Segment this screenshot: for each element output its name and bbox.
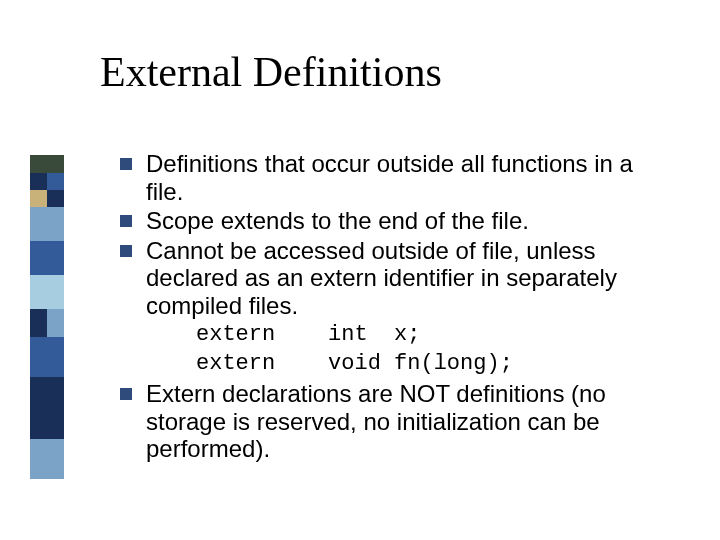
decorative-stripe-icon bbox=[30, 155, 64, 479]
square-bullet-icon bbox=[120, 215, 132, 227]
slide-body: Definitions that occur outside all funct… bbox=[120, 150, 660, 465]
square-bullet-icon bbox=[120, 245, 132, 257]
bullet-item: Cannot be accessed outside of file, unle… bbox=[120, 237, 660, 320]
bullet-text: Cannot be accessed outside of file, unle… bbox=[146, 237, 660, 320]
bullet-text: Definitions that occur outside all funct… bbox=[146, 150, 660, 205]
square-bullet-icon bbox=[120, 388, 132, 400]
bullet-item: Extern declarations are NOT definitions … bbox=[120, 380, 660, 463]
square-bullet-icon bbox=[120, 158, 132, 170]
code-line: extern int x; bbox=[196, 322, 660, 347]
bullet-text: Extern declarations are NOT definitions … bbox=[146, 380, 660, 463]
bullet-item: Definitions that occur outside all funct… bbox=[120, 150, 660, 205]
slide: External Definitions Definitions that oc… bbox=[0, 0, 720, 540]
code-line: extern void fn(long); bbox=[196, 351, 660, 376]
bullet-text: Scope extends to the end of the file. bbox=[146, 207, 529, 235]
slide-title: External Definitions bbox=[100, 48, 442, 96]
bullet-item: Scope extends to the end of the file. bbox=[120, 207, 660, 235]
